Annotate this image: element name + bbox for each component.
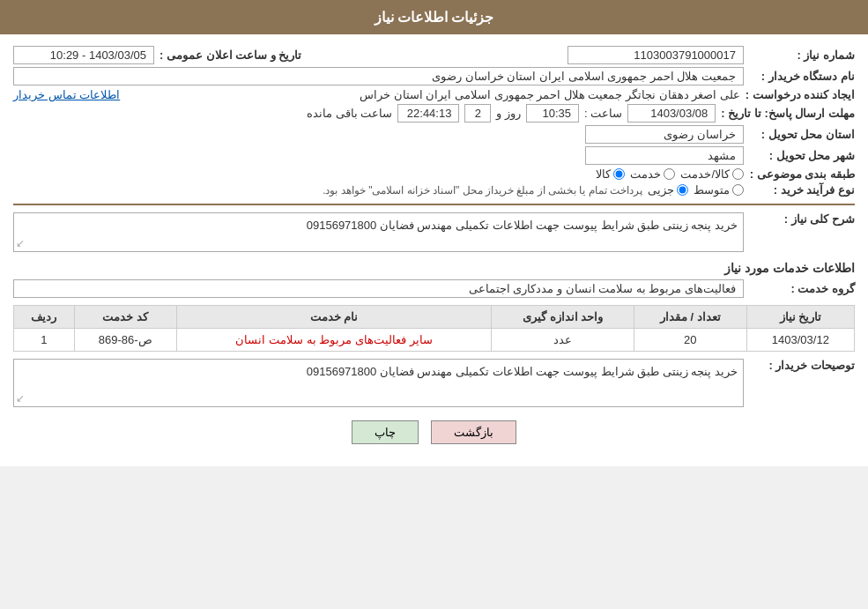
ostan-label: استان محل تحویل : bbox=[749, 128, 855, 141]
print-button[interactable]: چاپ bbox=[352, 420, 419, 444]
sharh-value: خرید پنجه زینتی طبق شرایط پیوست جهت اطلا… bbox=[13, 212, 744, 252]
shahr-value: مشهد bbox=[585, 146, 744, 165]
ostan-value: خراسان رضوی bbox=[585, 125, 744, 144]
mohlat-rooz-label: روز و bbox=[496, 107, 521, 120]
col-name-khadamat: نام خدمت bbox=[176, 306, 492, 329]
radio-kala-khadamat[interactable]: کالا/خدمت bbox=[680, 167, 744, 181]
cell-kod: ص-86-869 bbox=[74, 329, 176, 352]
mohlat-date: 1403/03/08 bbox=[627, 104, 716, 123]
sharh-label: شرح کلی نیاز : bbox=[749, 212, 855, 226]
ettelaat-khadamat-title: اطلاعات خدمات مورد نیاز bbox=[13, 261, 855, 275]
cell-name: سایر فعالیت‌های مربوط به سلامت انسان bbox=[176, 329, 492, 352]
cell-vahed: عدد bbox=[492, 329, 634, 352]
col-tarikh: تاریخ نیاز bbox=[746, 306, 854, 329]
page-title: جزئیات اطلاعات نیاز bbox=[375, 10, 494, 25]
shahr-label: شهر محل تحویل : bbox=[749, 149, 855, 162]
cell-radif: 1 bbox=[14, 329, 75, 352]
tabaqe-label: طبقه بندی موضوعی : bbox=[749, 167, 855, 181]
mohlat-saat-label: ساعت : bbox=[584, 107, 622, 120]
gorohe-khadamat-label: گروه خدمت : bbox=[749, 282, 855, 295]
gorohe-khadamat-value: فعالیت‌های مربوط به سلامت انسان و مددکار… bbox=[13, 279, 744, 298]
page-header: جزئیات اطلاعات نیاز bbox=[0, 0, 868, 34]
col-tedad: تعداد / مقدار bbox=[634, 306, 746, 329]
table-row: 1403/03/12 20 عدد سایر فعالیت‌های مربوط … bbox=[14, 329, 855, 352]
ettelaat-tamas-link[interactable]: اطلاعات تماس خریدار bbox=[13, 88, 120, 101]
col-kod-khadamat: کد خدمت bbox=[74, 306, 176, 329]
shomara-niaz-value: 1103003791000017 bbox=[568, 46, 744, 64]
tosihaat-value: خرید پنجه زینتی طبق شرایط پیوست جهت اطلا… bbox=[13, 359, 744, 407]
radio-jozei[interactable]: جزیی bbox=[648, 183, 688, 197]
cell-tarikh: 1403/03/12 bbox=[746, 329, 854, 352]
mohlat-label: مهلت ارسال پاسخ: تا تاریخ : bbox=[721, 107, 855, 120]
noe-farayand-note: پرداخت تمام یا بخشی از مبلغ خریداز محل "… bbox=[323, 184, 642, 197]
mohlat-baqi-label: ساعت باقی مانده bbox=[307, 107, 392, 120]
name-destgah-value: جمعیت هلال احمر جمهوری اسلامی ایران استا… bbox=[13, 67, 744, 85]
cell-tedad: 20 bbox=[634, 329, 746, 352]
mohlat-saat: 10:35 bbox=[526, 104, 579, 123]
mohlat-baqi: 22:44:13 bbox=[397, 104, 459, 123]
radio-khadamat[interactable]: خدمت bbox=[630, 167, 675, 181]
tarikhe-saat-label: تاریخ و ساعت اعلان عمومی : bbox=[160, 48, 301, 62]
name-destgah-label: نام دستگاه خریدار : bbox=[749, 70, 855, 83]
col-radif: ردیف bbox=[14, 306, 75, 329]
tarikhe-saat-value: 1403/03/05 - 10:29 bbox=[13, 46, 154, 64]
radio-kala[interactable]: کالا bbox=[596, 167, 625, 181]
col-vahed: واحد اندازه گیری bbox=[492, 306, 634, 329]
noe-farayand-label: نوع فرآیند خرید : bbox=[749, 183, 855, 197]
radio-motovaset[interactable]: متوسط bbox=[694, 183, 744, 197]
ijad-konande-label: ایجاد کننده درخواست : bbox=[746, 88, 855, 101]
services-table: تاریخ نیاز تعداد / مقدار واحد اندازه گیر… bbox=[13, 305, 855, 352]
ijad-konande-value: علی اصغر دهقان نجاتگر جمعیت هلال احمر جم… bbox=[125, 88, 740, 101]
tosihaat-label: توصیحات خریدار : bbox=[749, 359, 855, 372]
shomara-niaz-label: شماره نیاز : bbox=[749, 48, 855, 62]
back-button[interactable]: بازگشت bbox=[431, 420, 516, 444]
mohlat-rooz: 2 bbox=[464, 104, 491, 123]
